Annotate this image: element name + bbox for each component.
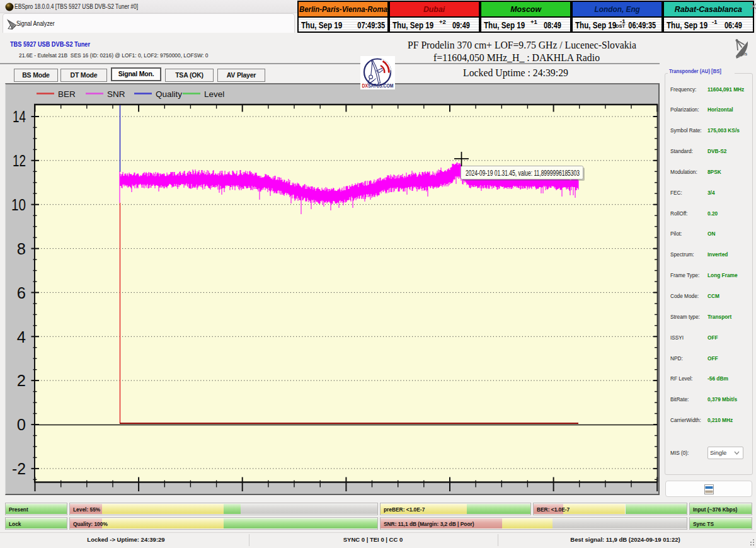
svg-text:2024-09-19 01.31.45, value: 11: 2024-09-19 01.31.45, value: 11,899999618… xyxy=(466,169,580,178)
svg-text:SNR: SNR xyxy=(107,89,125,99)
svg-text:Level: Level xyxy=(204,89,224,99)
svg-text:2: 2 xyxy=(17,372,26,389)
svg-text:10: 10 xyxy=(11,196,26,214)
svg-text:s/s: s/s xyxy=(742,52,748,56)
svg-text:4: 4 xyxy=(17,328,26,346)
svg-text:8: 8 xyxy=(17,240,26,258)
svg-text:14: 14 xyxy=(13,108,26,125)
svg-text:6: 6 xyxy=(17,284,26,302)
svg-text:12: 12 xyxy=(13,152,26,169)
svg-text:0: 0 xyxy=(17,416,26,433)
svg-text:DXSATCS.COM: DXSATCS.COM xyxy=(362,83,394,89)
svg-text:-2: -2 xyxy=(12,460,26,477)
svg-text:Quality: Quality xyxy=(156,89,182,99)
svg-text:BER: BER xyxy=(58,89,76,99)
